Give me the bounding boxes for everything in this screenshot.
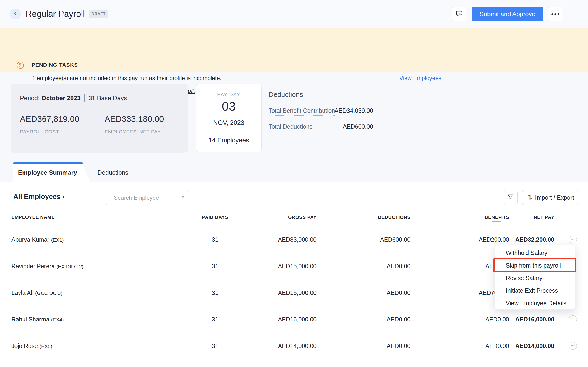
page-title: Regular Payroll [26, 9, 85, 19]
ellipsis-icon: ••• [571, 344, 575, 347]
menu-item-skip-from-payroll[interactable]: Skip from this payroll [495, 259, 575, 272]
net-pay: AED16,000.00 [515, 316, 554, 323]
employee-name: Layla Ali [11, 289, 34, 296]
employee-filter-dropdown[interactable]: All Employees▾ [13, 193, 65, 200]
deductions: AED0.00 [387, 316, 410, 323]
divider [0, 211, 588, 211]
ellipsis-icon: ••• [571, 318, 575, 320]
table-row: Rahul Sharma (EX4) 31 AED16,000.00 AED0.… [0, 306, 588, 333]
deductions: AED600.00 [380, 236, 410, 243]
employee-name: Apurva Kumar [11, 236, 49, 243]
page-header: Regular Payroll DRAFT Submit and Approve [0, 0, 588, 28]
period-label: Period: [20, 94, 39, 102]
payroll-cost-label: PAYROLL COST [20, 129, 59, 135]
status-badge: DRAFT [89, 10, 108, 17]
deductions-summary-title: Deductions [268, 91, 303, 99]
benefits: AED0.00 [485, 342, 509, 350]
net-pay: AED14,000.00 [515, 342, 554, 350]
paid-days: 31 [178, 236, 252, 243]
more-options-button[interactable] [548, 7, 563, 21]
col-header-benefits: BENEFITS [484, 215, 509, 222]
employee-code: (EX1) [51, 237, 64, 243]
divider [84, 94, 85, 102]
row-actions-button[interactable]: ••• [569, 236, 577, 243]
period-summary-card: Period: October 2023 31 Base Days AED367… [11, 84, 188, 153]
net-pay-amount: AED333,180.00 [104, 114, 164, 124]
row-actions-button[interactable]: ••• [569, 316, 577, 323]
search-employee-input[interactable] [105, 190, 189, 205]
gross-pay: AED15,000.00 [278, 289, 317, 296]
paid-days: 31 [178, 289, 252, 296]
employee-name: Rahul Sharma [11, 316, 49, 323]
menu-item-initiate-exit[interactable]: Initiate Exit Process [495, 284, 575, 297]
divider [209, 131, 249, 131]
payday-card: PAY DAY 03 NOV, 2023 14 Employees [196, 84, 262, 152]
employee-code: (EX DIFC 2) [56, 264, 83, 269]
tab-active-indicator [13, 162, 83, 164]
payday-employee-count: 14 Employees [196, 137, 261, 144]
total-benefit-contribution-value: AED34,039.00 [268, 107, 373, 114]
col-header-deductions: DEDUCTIONS [378, 215, 410, 220]
col-header-paid-days: PAID DAYS [178, 215, 252, 220]
employee-code: (EX5) [39, 343, 52, 349]
benefits: AED200.00 [479, 236, 509, 243]
banner-message: 1 employee(s) are not included in this p… [32, 75, 221, 81]
deductions: AED0.00 [387, 342, 410, 350]
paid-days: 31 [178, 316, 252, 323]
view-employees-link[interactable]: View Employees [399, 75, 441, 81]
row-actions-button[interactable]: ••• [569, 342, 577, 350]
menu-item-revise-salary[interactable]: Revise Salary [495, 272, 575, 284]
payday-month-year: NOV, 2023 [196, 119, 261, 126]
tab-employee-summary[interactable]: Employee Summary [18, 169, 77, 176]
pending-tasks-banner: PENDING TASKS 1 employee(s) are not incl… [0, 28, 588, 72]
employee-name: Ravinder Perera [11, 263, 55, 269]
gross-pay: AED14,000.00 [278, 342, 317, 350]
comment-bubble-icon [455, 10, 463, 18]
benefits: AED0.00 [485, 316, 509, 323]
col-header-gross-pay: GROSS PAY [288, 215, 317, 220]
deductions: AED0.00 [387, 263, 410, 270]
hourglass-icon [16, 61, 24, 70]
row-actions-menu: Withhold Salary Skip from this payroll R… [495, 245, 575, 309]
col-header-employee-name: EMPLOYEE NAME [11, 215, 55, 220]
banner-heading: PENDING TASKS [32, 62, 78, 68]
menu-item-withhold-salary[interactable]: Withhold Salary [495, 247, 575, 259]
back-button[interactable] [10, 8, 21, 19]
payroll-screen: Regular Payroll DRAFT Submit and Approve… [0, 0, 588, 367]
submit-and-approve-button[interactable]: Submit and Approve [472, 7, 543, 21]
chevron-left-icon [13, 11, 18, 17]
net-pay: AED32,200.00 [515, 236, 554, 243]
import-export-button[interactable]: ⇅ Import / Export [522, 190, 579, 205]
search-employee-wrap: ▾ [105, 190, 189, 205]
base-days: 31 Base Days [88, 94, 127, 102]
deductions: AED0.00 [387, 289, 410, 296]
gross-pay: AED15,000.00 [278, 263, 317, 270]
filter-button[interactable] [503, 190, 518, 205]
payday-label: PAY DAY [196, 92, 261, 97]
col-header-net-pay: NET PAY [534, 215, 554, 220]
funnel-icon [507, 193, 514, 201]
gross-pay: AED33,000.00 [278, 236, 317, 243]
menu-item-view-employee-details[interactable]: View Employee Details [495, 297, 575, 309]
ellipsis-icon: ••• [571, 238, 575, 241]
payday-day: 03 [196, 99, 261, 113]
employee-name: Jojo Rose [11, 342, 38, 349]
gross-pay: AED16,000.00 [278, 316, 317, 323]
comments-button[interactable] [452, 7, 467, 21]
net-pay-label: EMPLOYEES' NET PAY [104, 129, 161, 135]
employee-code: (EX4) [51, 317, 64, 322]
period-value: October 2023 [41, 94, 81, 102]
period-line: Period: October 2023 31 Base Days [20, 94, 127, 102]
chevron-down-icon: ▾ [62, 194, 65, 199]
paid-days: 31 [178, 342, 252, 350]
paid-days: 31 [178, 263, 252, 270]
total-deductions-value: AED600.00 [268, 123, 373, 130]
table-row: Jojo Rose (EX5) 31 AED14,000.00 AED0.00 … [0, 333, 588, 359]
import-export-icon: ⇅ [527, 194, 533, 201]
tab-deductions[interactable]: Deductions [97, 169, 128, 176]
payroll-cost-amount: AED367,819.00 [20, 114, 79, 124]
employee-code: (GCC DU 3) [35, 290, 62, 296]
ellipsis-icon [551, 13, 559, 15]
